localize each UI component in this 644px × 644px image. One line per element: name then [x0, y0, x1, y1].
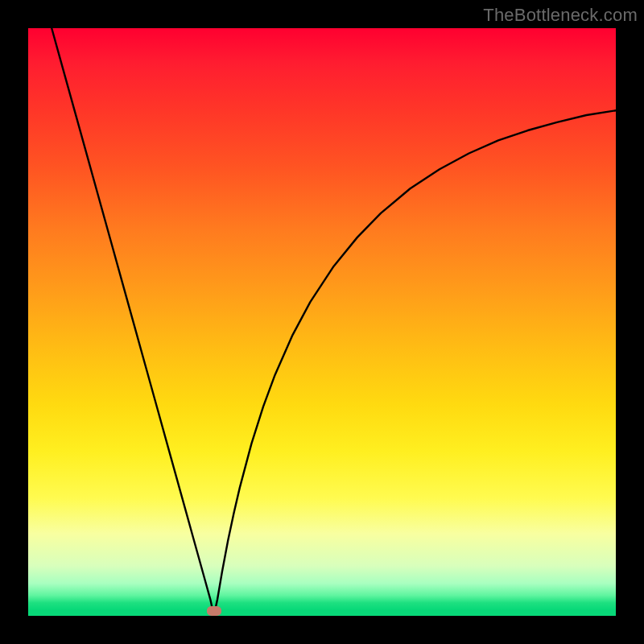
watermark-text: TheBottleneck.com: [483, 5, 638, 26]
bottleneck-curve: [52, 28, 616, 616]
plot-area: [28, 28, 616, 616]
curve-svg: [28, 28, 616, 616]
chart-frame: TheBottleneck.com: [0, 0, 644, 644]
minimum-marker: [207, 606, 221, 616]
